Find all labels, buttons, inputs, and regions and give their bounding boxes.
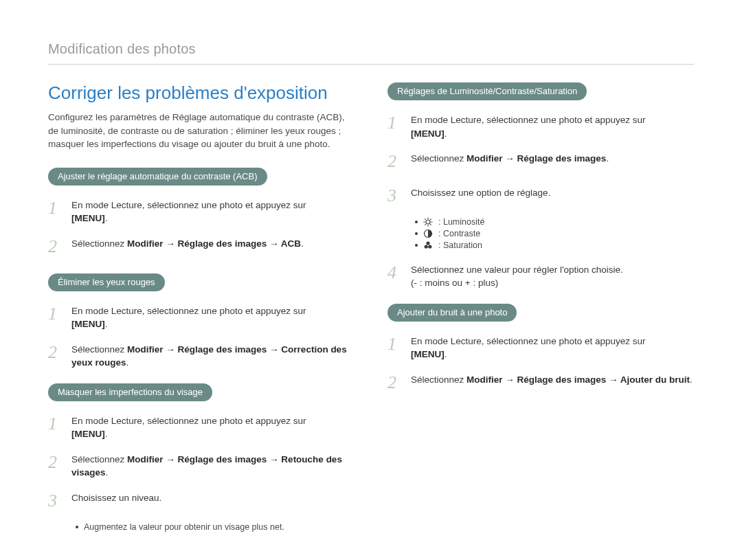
period: . xyxy=(105,319,108,329)
step-number: 2 xyxy=(48,339,65,366)
bullet-item: : Luminosité xyxy=(415,217,694,227)
step-number: 1 xyxy=(48,411,65,437)
step-number: 1 xyxy=(387,331,404,357)
heading-redeye: Éliminer les yeux rouges xyxy=(48,273,165,291)
menu-label: [MENU] xyxy=(71,319,105,329)
heading-face: Masquer les imperfections du visage xyxy=(48,383,212,401)
step-text: Sélectionnez Modifier → Réglage des imag… xyxy=(71,339,355,370)
brightness-icon xyxy=(423,217,433,227)
bullet-icon xyxy=(415,221,418,223)
bullet-item: Augmentez la valeur pour obtenir un visa… xyxy=(76,522,355,532)
menu-label: [MENU] xyxy=(411,128,445,139)
svg-line-8 xyxy=(425,224,425,225)
section-face: Masquer les imperfections du visage 1 En… xyxy=(48,383,355,532)
section-acb: Ajuster le réglage automatique du contra… xyxy=(48,168,355,260)
step-text: Choisissez une option de réglage. xyxy=(411,183,694,200)
page-title: Corriger les problèmes d'exposition xyxy=(48,82,355,104)
menu-path: Modifier → Réglage des images xyxy=(466,153,606,164)
svg-line-7 xyxy=(430,219,431,219)
section-bcs: Réglages de Luminosité/Contraste/Saturat… xyxy=(387,82,694,290)
breadcrumb: Modification des photos xyxy=(48,41,694,65)
bullet-item: : Saturation xyxy=(415,240,694,250)
period: . xyxy=(606,153,609,164)
step-number: 1 xyxy=(48,301,65,327)
step-text: En mode Lecture, sélectionnez une photo … xyxy=(411,331,694,361)
step-text: Sélectionnez une valeur pour régler l'op… xyxy=(411,260,694,290)
intro-text: Configurez les paramètres de Réglage aut… xyxy=(48,111,355,151)
heading-noise: Ajouter du bruit à une photo xyxy=(387,304,517,322)
heading-acb: Ajuster le réglage automatique du contra… xyxy=(48,168,267,186)
svg-line-5 xyxy=(425,219,425,219)
period: . xyxy=(690,374,693,385)
step-text: Choisissez un niveau. xyxy=(71,488,355,505)
step-text-part: Sélectionnez xyxy=(411,153,466,164)
step-text-part: En mode Lecture, sélectionnez une photo … xyxy=(411,336,645,346)
period: . xyxy=(445,349,447,359)
step-number: 3 xyxy=(48,488,65,514)
bullet-icon xyxy=(415,232,418,235)
step-text-part: Sélectionnez une valeur pour régler l'op… xyxy=(411,265,623,275)
bullet-text: Augmentez la valeur pour obtenir un visa… xyxy=(84,522,284,532)
period: . xyxy=(301,238,304,249)
step-number: 2 xyxy=(48,234,65,260)
step-text: Sélectionnez Modifier → Réglage des imag… xyxy=(411,148,694,166)
bullet-text: : Luminosité xyxy=(438,217,484,227)
period: . xyxy=(105,213,108,223)
contrast-icon xyxy=(423,229,433,238)
svg-point-12 xyxy=(428,245,431,248)
step-number: 4 xyxy=(387,260,404,286)
step-number: 1 xyxy=(48,195,65,221)
menu-path: Modifier → Réglage des images → ACB xyxy=(127,238,301,249)
bullet-text: : Saturation xyxy=(438,240,482,250)
bullet-icon xyxy=(415,244,418,247)
step-text: En mode Lecture, sélectionnez une photo … xyxy=(71,411,355,441)
step-text-part: (- : moins ou + : plus) xyxy=(411,278,498,288)
step-text-part: Sélectionnez xyxy=(71,344,127,355)
period: . xyxy=(445,128,447,139)
left-column: Corriger les problèmes d'exposition Conf… xyxy=(48,82,355,546)
step-text-part: Sélectionnez xyxy=(71,454,127,464)
bullet-icon xyxy=(76,526,78,528)
step-text: Sélectionnez Modifier → Réglage des imag… xyxy=(71,449,355,480)
step-text: En mode Lecture, sélectionnez une photo … xyxy=(411,110,694,140)
svg-point-10 xyxy=(426,241,429,245)
section-redeye: Éliminer les yeux rouges 1 En mode Lectu… xyxy=(48,273,355,370)
step-text-part: Sélectionnez xyxy=(71,238,127,249)
step-text: Sélectionnez Modifier → Réglage des imag… xyxy=(411,370,694,387)
svg-line-6 xyxy=(430,224,431,225)
step-number: 2 xyxy=(387,370,404,396)
menu-label: [MENU] xyxy=(71,213,105,223)
step-text-part: En mode Lecture, sélectionnez une photo … xyxy=(71,416,306,426)
svg-point-0 xyxy=(426,220,430,224)
step-number: 3 xyxy=(387,183,404,209)
period: . xyxy=(126,357,129,368)
step-text-part: En mode Lecture, sélectionnez une photo … xyxy=(411,115,645,125)
section-noise: Ajouter du bruit à une photo 1 En mode L… xyxy=(387,304,694,396)
step-text-part: En mode Lecture, sélectionnez une photo … xyxy=(71,200,306,210)
right-column: Réglages de Luminosité/Contraste/Saturat… xyxy=(387,82,694,546)
step-text: Sélectionnez Modifier → Réglage des imag… xyxy=(71,234,355,251)
menu-label: [MENU] xyxy=(411,349,445,359)
menu-path: Modifier → Réglage des images → Ajouter … xyxy=(466,374,690,385)
saturation-icon xyxy=(423,240,433,250)
step-number: 1 xyxy=(387,110,404,136)
step-text: En mode Lecture, sélectionnez une photo … xyxy=(71,301,355,331)
period: . xyxy=(105,429,108,439)
svg-point-11 xyxy=(425,245,428,248)
period: . xyxy=(106,467,109,478)
bullet-item: : Contraste xyxy=(415,229,694,238)
heading-bcs: Réglages de Luminosité/Contraste/Saturat… xyxy=(387,82,587,100)
step-text: En mode Lecture, sélectionnez une photo … xyxy=(71,195,355,225)
bullet-text: : Contraste xyxy=(438,229,480,238)
step-text-part: En mode Lecture, sélectionnez une photo … xyxy=(71,306,306,316)
step-number: 2 xyxy=(387,148,404,175)
menu-label: [MENU] xyxy=(71,429,105,439)
step-number: 2 xyxy=(48,449,65,475)
step-text-part: Sélectionnez xyxy=(411,374,466,385)
